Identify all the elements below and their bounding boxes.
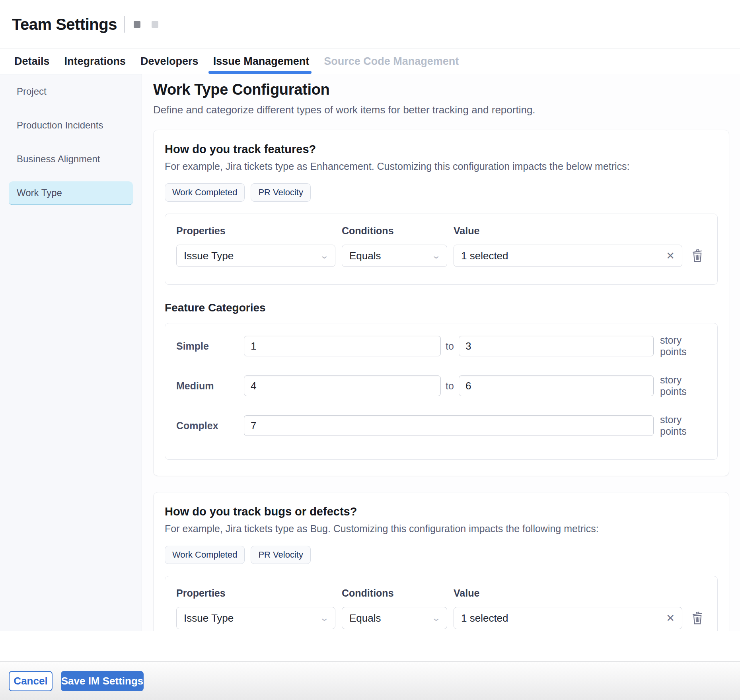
properties-label: Properties bbox=[176, 225, 335, 237]
features-description: For example, Jira tickets type as Enhanc… bbox=[165, 161, 718, 172]
range-to-label: to bbox=[441, 380, 459, 392]
features-metric-badges: Work Completed PR Velocity bbox=[165, 183, 718, 202]
page-header-title: Team Settings bbox=[12, 16, 117, 33]
features-heading: How do you track features? bbox=[165, 143, 718, 156]
story-points-label: story points bbox=[654, 414, 706, 437]
sidebar-item-work-type[interactable]: Work Type bbox=[9, 181, 133, 205]
sidebar-item-production-incidents[interactable]: Production Incidents bbox=[0, 114, 142, 137]
feature-categories-box: Simple to story points Medium to story p… bbox=[165, 323, 718, 460]
bugs-section-card: How do you track bugs or defects? For ex… bbox=[153, 492, 729, 631]
settings-tab-bar: Details Integrations Developers Issue Ma… bbox=[0, 49, 740, 74]
conditions-label: Conditions bbox=[342, 225, 447, 237]
bottom-spacer bbox=[0, 631, 740, 661]
chevron-down-icon: ⌄ bbox=[319, 251, 329, 261]
range-to-label: to bbox=[441, 340, 459, 352]
value-multiselect[interactable]: 1 selected ✕ bbox=[454, 607, 682, 629]
page-title: Work Type Configuration bbox=[153, 81, 729, 98]
footer-action-bar: Cancel Save IM Settings bbox=[0, 661, 740, 700]
category-label-medium: Medium bbox=[176, 380, 244, 392]
story-points-label: story points bbox=[654, 334, 706, 358]
header-divider bbox=[124, 16, 125, 33]
story-points-label: story points bbox=[654, 374, 706, 397]
bugs-rule-box: Properties Conditions Value Issue Type ⌄… bbox=[165, 576, 718, 631]
badge-work-completed: Work Completed bbox=[165, 183, 245, 202]
delete-rule-button[interactable] bbox=[689, 245, 706, 267]
feature-categories-heading: Feature Categories bbox=[165, 301, 718, 314]
complex-min-input[interactable] bbox=[244, 415, 654, 436]
chevron-down-icon: ⌄ bbox=[319, 613, 329, 623]
properties-select-value: Issue Type bbox=[184, 250, 234, 262]
properties-label: Properties bbox=[176, 587, 335, 599]
clear-selection-icon[interactable]: ✕ bbox=[666, 612, 675, 624]
tab-integrations[interactable]: Integrations bbox=[64, 49, 126, 74]
save-im-settings-button[interactable]: Save IM Settings bbox=[61, 671, 144, 691]
trash-icon bbox=[691, 249, 704, 262]
chevron-down-icon: ⌄ bbox=[431, 251, 441, 261]
badge-pr-velocity: PR Velocity bbox=[251, 183, 311, 202]
tab-source-code-management: Source Code Management bbox=[324, 49, 459, 74]
category-label-complex: Complex bbox=[176, 420, 244, 432]
medium-max-input[interactable] bbox=[459, 375, 654, 396]
value-selected-count: 1 selected bbox=[461, 250, 508, 262]
bugs-metric-badges: Work Completed PR Velocity bbox=[165, 546, 718, 564]
properties-select[interactable]: Issue Type ⌄ bbox=[176, 607, 335, 629]
simple-max-input[interactable] bbox=[459, 336, 654, 356]
tab-developers[interactable]: Developers bbox=[140, 49, 199, 74]
app-header: Team Settings bbox=[0, 0, 740, 49]
value-label: Value bbox=[454, 587, 682, 599]
main-panel: Work Type Configuration Define and categ… bbox=[142, 74, 740, 631]
tab-details[interactable]: Details bbox=[14, 49, 50, 74]
category-label-simple: Simple bbox=[176, 340, 244, 352]
sidebar-item-project[interactable]: Project bbox=[0, 80, 142, 103]
features-rule-box: Properties Conditions Value Issue Type ⌄… bbox=[165, 214, 718, 285]
properties-select[interactable]: Issue Type ⌄ bbox=[176, 245, 335, 267]
bugs-description: For example, Jira tickets type as Bug. C… bbox=[165, 523, 718, 535]
sidebar-item-business-alignment[interactable]: Business Alignment bbox=[0, 148, 142, 171]
value-label: Value bbox=[454, 225, 682, 237]
value-selected-count: 1 selected bbox=[461, 612, 508, 624]
conditions-select-value: Equals bbox=[349, 612, 381, 624]
features-section-card: How do you track features? For example, … bbox=[153, 130, 729, 476]
cancel-button[interactable]: Cancel bbox=[9, 671, 53, 691]
badge-work-completed: Work Completed bbox=[165, 546, 245, 564]
conditions-select[interactable]: Equals ⌄ bbox=[342, 607, 447, 629]
properties-select-value: Issue Type bbox=[184, 612, 234, 624]
bugs-heading: How do you track bugs or defects? bbox=[165, 505, 718, 518]
tab-issue-management[interactable]: Issue Management bbox=[213, 49, 310, 74]
page-subtitle: Define and categorize different types of… bbox=[153, 104, 729, 116]
delete-rule-button[interactable] bbox=[689, 607, 706, 629]
header-badge-icon-dark bbox=[134, 21, 140, 28]
conditions-label: Conditions bbox=[342, 587, 447, 599]
conditions-select-value: Equals bbox=[349, 250, 381, 262]
medium-min-input[interactable] bbox=[244, 375, 441, 396]
value-multiselect[interactable]: 1 selected ✕ bbox=[454, 245, 682, 267]
conditions-select[interactable]: Equals ⌄ bbox=[342, 245, 447, 267]
trash-icon bbox=[691, 611, 704, 625]
clear-selection-icon[interactable]: ✕ bbox=[666, 250, 675, 262]
header-badge-icon-light bbox=[152, 21, 158, 28]
chevron-down-icon: ⌄ bbox=[431, 613, 441, 623]
settings-sidebar: Project Production Incidents Business Al… bbox=[0, 74, 142, 631]
badge-pr-velocity: PR Velocity bbox=[251, 546, 311, 564]
simple-min-input[interactable] bbox=[244, 336, 441, 356]
content-viewport: Project Production Incidents Business Al… bbox=[0, 74, 740, 631]
